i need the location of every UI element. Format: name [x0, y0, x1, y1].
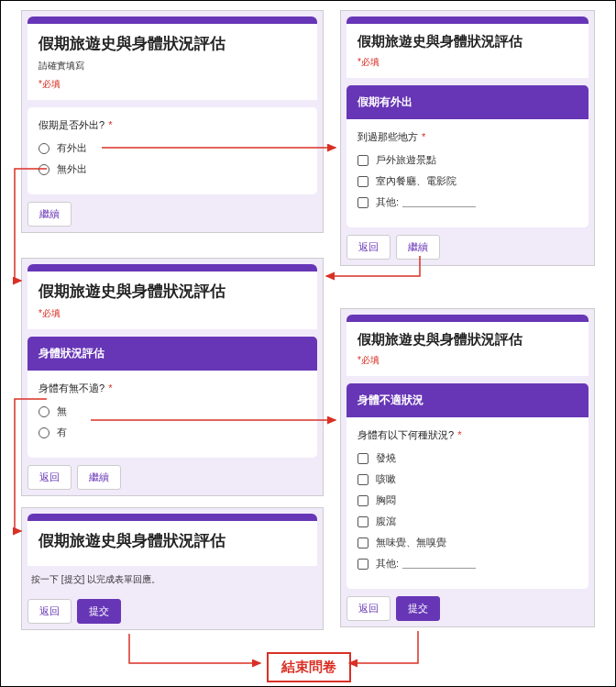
question-block: 身體有無不適?* 無 有: [28, 371, 317, 458]
submit-button[interactable]: 提交: [396, 596, 440, 621]
form-card-5: 假期旅遊史與身體狀況評估 按一下 [提交] 以完成表單回應。 返回 提交: [21, 507, 324, 630]
checkbox-icon: [358, 176, 368, 187]
header-block: 假期旅遊史與身體狀況評估 *必填: [28, 264, 317, 329]
header-block: 假期旅遊史與身體狀況評估 *必填: [346, 315, 588, 376]
form-card-2: 假期旅遊史與身體狀況評估 *必填 假期有外出 到過那些地方* 戶外旅遊景點 室內…: [340, 10, 595, 266]
checkbox-option[interactable]: 腹瀉: [358, 515, 578, 528]
checkbox-icon: [358, 537, 368, 548]
page-title: 假期旅遊史與身體狀況評估: [38, 530, 306, 551]
continue-button[interactable]: 繼續: [77, 465, 121, 490]
checkbox-icon: [358, 495, 368, 506]
section-bar: 身體不適狀況: [346, 383, 588, 417]
form-card-4: 假期旅遊史與身體狀況評估 *必填 身體不適狀況 身體有以下何種狀況?* 發燒 咳…: [340, 308, 595, 627]
header-block: 假期旅遊史與身體狀況評估 請確實填寫 *必填: [28, 17, 317, 100]
required-note: *必填: [38, 307, 306, 320]
question-text: 身體有無不適?*: [38, 382, 306, 395]
radio-option[interactable]: 無: [38, 404, 306, 418]
section-bar: 身體狀況評估: [28, 337, 317, 371]
question-text: 身體有以下何種狀況?*: [358, 428, 578, 442]
continue-button[interactable]: 繼續: [28, 202, 72, 227]
question-block: 假期是否外出?* 有外出 無外出: [28, 107, 317, 194]
checkbox-icon: [358, 197, 368, 208]
radio-icon: [38, 406, 50, 417]
checkbox-option[interactable]: 其他:: [358, 557, 578, 571]
subtitle: 按一下 [提交] 以完成表單回應。: [28, 573, 317, 593]
section-bar: 假期有外出: [346, 85, 588, 119]
radio-option[interactable]: 有外出: [38, 141, 306, 155]
checkbox-option[interactable]: 無味覺、無嗅覺: [358, 536, 578, 549]
checkbox-icon: [358, 155, 368, 166]
back-button[interactable]: 返回: [346, 596, 390, 621]
subtitle: 請確實填寫: [38, 60, 306, 72]
back-button[interactable]: 返回: [346, 235, 390, 260]
submit-button[interactable]: 提交: [77, 599, 121, 624]
form-card-3: 假期旅遊史與身體狀況評估 *必填 身體狀況評估 身體有無不適?* 無 有 返回 …: [21, 258, 324, 496]
end-box: 結束問卷: [267, 652, 351, 682]
checkbox-option[interactable]: 其他:: [358, 195, 578, 209]
page-title: 假期旅遊史與身體狀況評估: [38, 33, 306, 54]
question-text: 到過那些地方*: [358, 130, 578, 144]
checkbox-option[interactable]: 咳嗽: [358, 472, 578, 486]
page-title: 假期旅遊史與身體狀況評估: [358, 33, 578, 50]
required-note: *必填: [358, 354, 578, 367]
page-title: 假期旅遊史與身體狀況評估: [358, 331, 578, 349]
continue-button[interactable]: 繼續: [396, 235, 440, 260]
question-block: 身體有以下何種狀況?* 發燒 咳嗽 胸悶 腹瀉 無味覺、無嗅覺 其他:: [346, 417, 588, 589]
checkbox-icon: [358, 516, 368, 527]
radio-option[interactable]: 有: [38, 426, 306, 439]
other-input-line[interactable]: [402, 198, 476, 207]
other-input-line[interactable]: [402, 560, 476, 569]
back-button[interactable]: 返回: [28, 465, 72, 490]
radio-icon: [38, 427, 50, 438]
radio-icon: [38, 143, 50, 154]
header-block: 假期旅遊史與身體狀況評估 *必填: [346, 17, 588, 78]
question-block: 到過那些地方* 戶外旅遊景點 室內餐廳、電影院 其他:: [346, 119, 588, 227]
radio-icon: [38, 164, 50, 175]
radio-option[interactable]: 無外出: [38, 162, 306, 176]
checkbox-option[interactable]: 發燒: [358, 451, 578, 465]
flow-diagram: 假期旅遊史與身體狀況評估 請確實填寫 *必填 假期是否外出?* 有外出 無外出 …: [0, 0, 616, 687]
checkbox-option[interactable]: 戶外旅遊景點: [358, 153, 578, 167]
required-note: *必填: [38, 78, 306, 91]
checkbox-option[interactable]: 胸悶: [358, 493, 578, 507]
required-note: *必填: [358, 56, 578, 69]
back-button[interactable]: 返回: [28, 599, 72, 624]
page-title: 假期旅遊史與身體狀況評估: [38, 281, 306, 302]
checkbox-icon: [358, 453, 368, 464]
header-block: 假期旅遊史與身體狀況評估: [28, 514, 317, 566]
checkbox-icon: [358, 474, 368, 485]
checkbox-option[interactable]: 室內餐廳、電影院: [358, 174, 578, 188]
checkbox-icon: [358, 559, 368, 570]
form-card-1: 假期旅遊史與身體狀況評估 請確實填寫 *必填 假期是否外出?* 有外出 無外出 …: [21, 10, 324, 233]
question-text: 假期是否外出?*: [38, 118, 306, 132]
